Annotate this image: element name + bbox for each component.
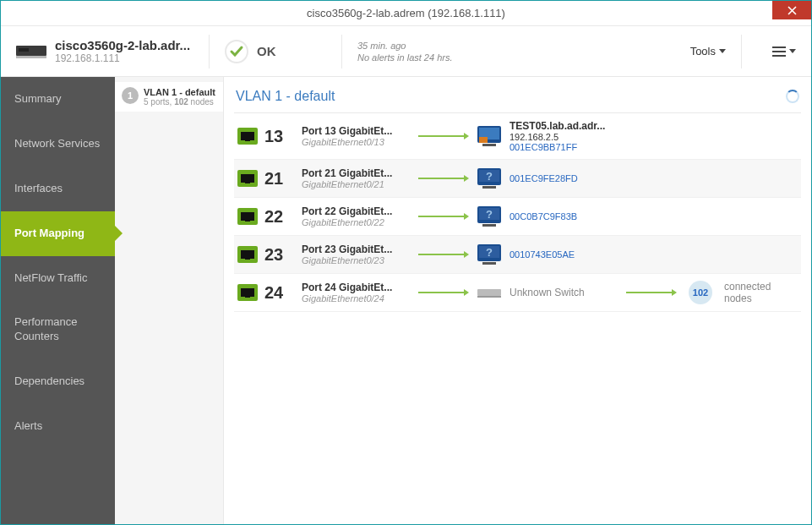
device-name: cisco3560g-2-lab.adr... xyxy=(55,38,190,52)
sidebar-item-summary[interactable]: Summary xyxy=(1,77,115,122)
status-label: OK xyxy=(257,44,276,58)
port-number: 13 xyxy=(264,127,295,146)
menu-button[interactable] xyxy=(772,46,796,57)
port-number: 22 xyxy=(264,207,295,227)
port-row[interactable]: 21 Port 21 GigabitEt... GigabitEthernet0… xyxy=(234,160,801,198)
svg-rect-2 xyxy=(19,48,29,52)
port-name: Port 21 GigabitEt... xyxy=(302,167,411,179)
port-number: 24 xyxy=(264,283,295,303)
sidebar-item-dependencies[interactable]: Dependencies xyxy=(1,359,115,404)
destination-mac[interactable]: 0010743E05AE xyxy=(510,249,619,260)
port-icon xyxy=(237,128,258,145)
computer-icon xyxy=(476,243,503,266)
destination-info: 0010743E05AE xyxy=(510,249,619,260)
destination-info: Unknown Switch xyxy=(510,287,619,298)
destination-name: TEST05.lab.ad.adr... xyxy=(510,120,619,132)
sidebar-item-port-mapping[interactable]: Port Mapping xyxy=(1,211,115,256)
port-name: Port 22 GigabitEt... xyxy=(302,205,411,217)
port-description: Port 24 GigabitEt... GigabitEthernet0/24 xyxy=(302,282,411,304)
arrow-icon xyxy=(418,214,469,219)
switch-device-icon xyxy=(16,42,46,61)
close-icon xyxy=(787,6,797,15)
main-content: VLAN 1 - default 13 Port 13 GigabitEt...… xyxy=(224,77,811,524)
vlan-subtitle: 5 ports, 102 nodes xyxy=(144,97,215,107)
window-title: cisco3560g-2-lab.adrem (192.168.1.111) xyxy=(1,7,811,19)
sidebar-item-network-services[interactable]: Network Services xyxy=(1,122,115,167)
computer-icon xyxy=(476,205,503,228)
switch-icon xyxy=(476,281,503,304)
loading-spinner-icon xyxy=(786,90,799,103)
alerts-text: No alerts in last 24 hrs. xyxy=(357,52,453,63)
port-icon xyxy=(237,246,258,263)
port-description: Port 21 GigabitEt... GigabitEthernet0/21 xyxy=(302,167,411,189)
port-row[interactable]: 23 Port 23 GigabitEt... GigabitEthernet0… xyxy=(234,236,801,274)
port-row[interactable]: 24 Port 24 GigabitEt... GigabitEthernet0… xyxy=(234,274,801,312)
hamburger-icon xyxy=(772,46,786,57)
main-header: VLAN 1 - default xyxy=(234,84,801,113)
caret-down-icon xyxy=(789,49,796,53)
separator xyxy=(741,35,742,68)
port-row[interactable]: 22 Port 22 GigabitEt... GigabitEthernet0… xyxy=(234,198,801,236)
main-title: VLAN 1 - default xyxy=(236,89,335,104)
port-name: Port 24 GigabitEt... xyxy=(302,282,411,293)
port-row[interactable]: 13 Port 13 GigabitEt... GigabitEthernet0… xyxy=(234,113,801,160)
tools-label: Tools xyxy=(690,45,716,57)
sidebar-item-alerts[interactable]: Alerts xyxy=(1,404,115,449)
computer-icon xyxy=(476,167,503,190)
destination-info: 00C0B7C9F83B xyxy=(510,211,619,221)
separator xyxy=(341,35,342,68)
vlan-list-item[interactable]: 1 VLAN 1 - default 5 ports, 102 nodes xyxy=(115,82,223,112)
device-section: cisco3560g-2-lab.adr... 192.168.1.111 xyxy=(16,38,193,64)
window-close-button[interactable] xyxy=(772,1,811,19)
destination-mac[interactable]: 001EC9FE28FD xyxy=(510,173,619,183)
port-interface: GigabitEthernet0/23 xyxy=(302,255,411,265)
status-section: OK xyxy=(225,40,326,63)
port-description: Port 23 GigabitEt... GigabitEthernet0/23 xyxy=(302,243,411,265)
header-bar: cisco3560g-2-lab.adr... 192.168.1.111 OK… xyxy=(1,26,811,77)
destination-info: TEST05.lab.ad.adr... 192.168.2.5 001EC9B… xyxy=(510,120,619,152)
arrow-icon xyxy=(418,176,469,181)
caret-down-icon xyxy=(719,49,726,53)
vlan-name: VLAN 1 - default xyxy=(144,87,215,97)
status-check-icon xyxy=(225,40,248,63)
port-icon xyxy=(237,284,258,301)
destination-mac[interactable]: 00C0B7C9F83B xyxy=(510,211,619,221)
arrow-icon xyxy=(418,252,469,257)
port-description: Port 13 GigabitEt... GigabitEthernet0/13 xyxy=(302,125,411,147)
destination-info: 001EC9FE28FD xyxy=(510,173,619,183)
port-icon xyxy=(237,170,258,187)
destination-ip: 192.168.2.5 xyxy=(510,132,619,142)
sidebar-item-interfaces[interactable]: Interfaces xyxy=(1,167,115,211)
window-titlebar: cisco3560g-2-lab.adrem (192.168.1.111) xyxy=(1,1,811,26)
port-interface: GigabitEthernet0/24 xyxy=(302,293,411,304)
device-ip: 192.168.1.111 xyxy=(55,52,190,64)
connected-count-badge: 102 xyxy=(689,281,712,304)
svg-rect-1 xyxy=(16,56,46,58)
arrow-icon xyxy=(418,134,469,139)
sidebar-item-performance-counters[interactable]: Performance Counters xyxy=(1,300,115,359)
port-interface: GigabitEthernet0/13 xyxy=(302,137,411,147)
arrow-icon xyxy=(418,290,469,295)
alerts-section: 35 min. ago No alerts in last 24 hrs. xyxy=(357,41,453,63)
port-interface: GigabitEthernet0/22 xyxy=(302,217,411,227)
port-number: 23 xyxy=(264,245,295,265)
connected-label: connected nodes xyxy=(724,281,798,304)
port-icon xyxy=(237,208,258,225)
port-name: Port 23 GigabitEt... xyxy=(302,243,411,255)
vlan-id-badge: 1 xyxy=(122,87,139,104)
port-name: Port 13 GigabitEt... xyxy=(302,125,411,137)
computer-icon xyxy=(476,124,503,148)
vlan-list-panel: 1 VLAN 1 - default 5 ports, 102 nodes xyxy=(115,77,224,524)
tools-dropdown[interactable]: Tools xyxy=(690,45,726,57)
port-number: 21 xyxy=(264,169,295,189)
arrow-icon xyxy=(626,290,677,295)
sidebar-nav: Summary Network Services Interfaces Port… xyxy=(1,77,115,524)
alerts-time: 35 min. ago xyxy=(357,41,453,51)
destination-mac[interactable]: 001EC9BB71FF xyxy=(510,142,619,152)
destination-name: Unknown Switch xyxy=(510,287,619,298)
sidebar-item-netflow-traffic[interactable]: NetFlow Traffic xyxy=(1,256,115,301)
separator xyxy=(209,35,210,68)
port-description: Port 22 GigabitEt... GigabitEthernet0/22 xyxy=(302,205,411,227)
port-interface: GigabitEthernet0/21 xyxy=(302,179,411,189)
